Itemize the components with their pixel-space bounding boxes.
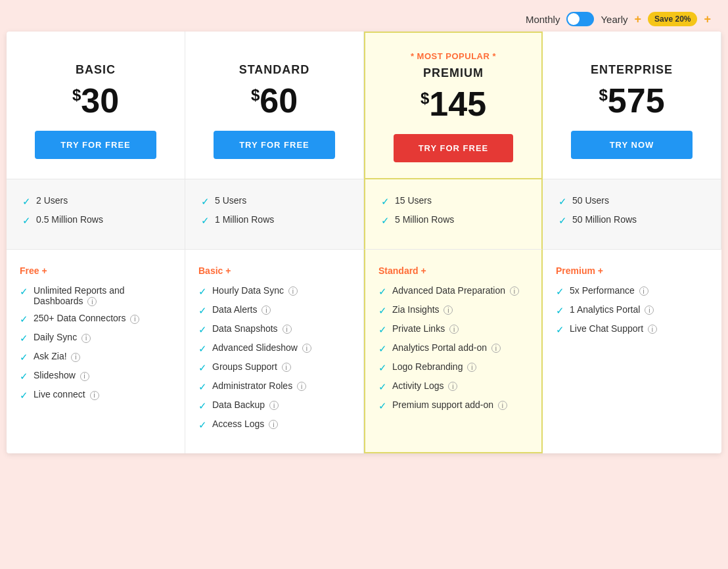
cta-button-premium[interactable]: TRY FOR FREE bbox=[394, 134, 513, 162]
save-badge: Save 20% bbox=[648, 12, 697, 26]
feature-item-premium-3: ✓ Analytics Portal add-on i bbox=[378, 342, 528, 355]
plan-name-basic: BASIC bbox=[20, 63, 171, 77]
plan-users-premium: ✓15 Users✓5 Million Rows bbox=[364, 179, 543, 250]
feature-item-standard-2: ✓ Data Snapshots i bbox=[198, 323, 350, 336]
cta-button-basic[interactable]: TRY FOR FREE bbox=[35, 131, 156, 159]
feature-item-standard-5: ✓ Administrator Roles i bbox=[198, 380, 350, 393]
plan-name-enterprise: ENTERPRISE bbox=[556, 63, 708, 77]
feature-item-premium-6: ✓ Premium support add-on i bbox=[378, 399, 528, 412]
features-title-standard: Basic + bbox=[198, 265, 350, 276]
info-icon[interactable]: i bbox=[645, 306, 654, 315]
info-icon[interactable]: i bbox=[467, 363, 476, 372]
feature-item-standard-7: ✓ Access Logs i bbox=[198, 419, 350, 431]
feature-item-basic-4: ✓ Slideshow i bbox=[20, 370, 171, 382]
most-popular-badge: * MOST POPULAR * bbox=[378, 51, 528, 61]
feature-item-premium-4: ✓ Logo Rebranding i bbox=[378, 361, 528, 374]
plan-price-standard: $60 bbox=[198, 83, 350, 118]
monthly-label: Monthly bbox=[526, 14, 560, 25]
cta-button-enterprise[interactable]: TRY NOW bbox=[571, 131, 693, 159]
info-icon[interactable]: i bbox=[449, 325, 459, 334]
feature-item-standard-0: ✓ Hourly Data Sync i bbox=[198, 285, 350, 298]
feature-item-enterprise-2: ✓ Live Chat Support i bbox=[556, 323, 708, 336]
info-icon[interactable]: i bbox=[648, 325, 657, 334]
plan-users-standard: ✓5 Users✓1 Million Rows bbox=[185, 179, 364, 250]
plan-features-premium: Standard + ✓ Advanced Data Preparation i… bbox=[364, 250, 543, 453]
plan-header-premium: * MOST POPULAR *PREMIUM$145TRY FOR FREE bbox=[364, 32, 543, 179]
features-title-basic: Free + bbox=[20, 265, 171, 276]
features-title-premium: Standard + bbox=[378, 265, 528, 276]
users-item-premium: ✓15 Users bbox=[381, 195, 526, 208]
info-icon[interactable]: i bbox=[448, 382, 457, 391]
rows-item-premium: ✓5 Million Rows bbox=[381, 214, 526, 227]
info-icon[interactable]: i bbox=[302, 344, 311, 353]
users-item-enterprise: ✓50 Users bbox=[558, 195, 705, 208]
info-icon[interactable]: i bbox=[510, 286, 519, 296]
info-icon[interactable]: i bbox=[90, 391, 99, 400]
info-icon[interactable]: i bbox=[87, 297, 97, 306]
plus-icon-1: + bbox=[635, 12, 642, 26]
info-icon[interactable]: i bbox=[444, 306, 453, 315]
yearly-label: Yearly bbox=[601, 14, 627, 25]
info-icon[interactable]: i bbox=[498, 401, 507, 410]
info-icon[interactable]: i bbox=[282, 363, 291, 372]
rows-item-standard: ✓1 Million Rows bbox=[201, 214, 348, 227]
info-icon[interactable]: i bbox=[639, 286, 648, 296]
info-icon[interactable]: i bbox=[269, 401, 279, 410]
feature-item-enterprise-0: ✓ 5x Performance i bbox=[556, 285, 708, 298]
plan-features-standard: Basic + ✓ Hourly Data Sync i ✓ Data Aler… bbox=[185, 250, 364, 453]
feature-item-standard-4: ✓ Groups Support i bbox=[198, 361, 350, 374]
users-item-standard: ✓5 Users bbox=[201, 195, 348, 208]
plan-users-basic: ✓2 Users✓0.5 Million Rows bbox=[7, 179, 185, 250]
feature-item-basic-3: ✓ Ask Zia! i bbox=[20, 351, 171, 363]
info-icon[interactable]: i bbox=[297, 382, 306, 391]
info-icon[interactable]: i bbox=[269, 420, 278, 429]
feature-item-basic-5: ✓ Live connect i bbox=[20, 389, 171, 401]
info-icon[interactable]: i bbox=[80, 372, 89, 381]
plan-price-basic: $30 bbox=[20, 83, 171, 118]
feature-item-premium-1: ✓ Zia Insights i bbox=[378, 304, 528, 317]
users-item-basic: ✓2 Users bbox=[22, 195, 169, 208]
plan-features-enterprise: Premium + ✓ 5x Performance i ✓ 1 Analyti… bbox=[543, 250, 721, 453]
billing-toggle[interactable] bbox=[566, 12, 594, 26]
info-icon[interactable]: i bbox=[288, 286, 298, 296]
feature-item-standard-1: ✓ Data Alerts i bbox=[198, 304, 350, 317]
feature-item-standard-3: ✓ Advanced Slideshow i bbox=[198, 342, 350, 355]
features-title-enterprise: Premium + bbox=[556, 265, 708, 276]
plan-name-premium: PREMIUM bbox=[378, 66, 528, 80]
feature-item-basic-2: ✓ Daily Sync i bbox=[20, 332, 171, 344]
plus-icon-2: + bbox=[704, 12, 711, 26]
plan-price-enterprise: $575 bbox=[556, 83, 708, 118]
info-icon[interactable]: i bbox=[71, 353, 80, 362]
rows-item-basic: ✓0.5 Million Rows bbox=[22, 214, 169, 227]
cta-button-standard[interactable]: TRY FOR FREE bbox=[214, 131, 335, 159]
plan-price-premium: $145 bbox=[378, 87, 528, 121]
plan-users-enterprise: ✓50 Users✓50 Million Rows bbox=[543, 179, 721, 250]
feature-item-standard-6: ✓ Data Backup i bbox=[198, 399, 350, 412]
plan-header-standard: STANDARD$60TRY FOR FREE bbox=[185, 32, 364, 179]
info-icon[interactable]: i bbox=[130, 315, 139, 324]
plan-features-basic: Free + ✓ Unlimited Reports and Dashboard… bbox=[7, 250, 185, 453]
info-icon[interactable]: i bbox=[283, 325, 292, 334]
plan-header-enterprise: ENTERPRISE$575TRY NOW bbox=[543, 32, 721, 179]
info-icon[interactable]: i bbox=[262, 306, 271, 315]
info-icon[interactable]: i bbox=[491, 344, 501, 353]
info-icon[interactable]: i bbox=[81, 334, 91, 343]
rows-item-enterprise: ✓50 Million Rows bbox=[558, 214, 705, 227]
feature-item-enterprise-1: ✓ 1 Analytics Portal i bbox=[556, 304, 708, 317]
feature-item-basic-0: ✓ Unlimited Reports and Dashboards i bbox=[20, 285, 171, 306]
plan-header-basic: BASIC$30TRY FOR FREE bbox=[7, 32, 185, 179]
plan-name-standard: STANDARD bbox=[198, 63, 350, 77]
feature-item-basic-1: ✓ 250+ Data Connectors i bbox=[20, 313, 171, 325]
top-bar: Monthly Yearly + Save 20% + bbox=[7, 7, 721, 32]
pricing-grid: BASIC$30TRY FOR FREESTANDARD$60TRY FOR F… bbox=[7, 32, 721, 453]
feature-item-premium-2: ✓ Private Links i bbox=[378, 323, 528, 336]
feature-item-premium-0: ✓ Advanced Data Preparation i bbox=[378, 285, 528, 298]
feature-item-premium-5: ✓ Activity Logs i bbox=[378, 380, 528, 393]
